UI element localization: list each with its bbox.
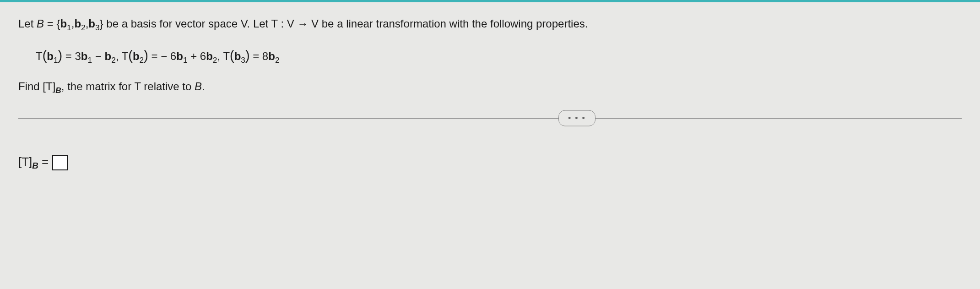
paren: ) xyxy=(144,48,148,63)
text: = − 6 xyxy=(148,50,176,62)
problem-statement-line-2: T(b1) = 3b1 − b2, T(b2) = − 6b1 + 6b2, T… xyxy=(18,45,962,66)
paren: ( xyxy=(43,48,47,63)
text: T xyxy=(122,50,129,62)
sub: 1 xyxy=(88,55,92,65)
sub: 1 xyxy=(54,55,58,65)
sub: 2 xyxy=(140,55,144,65)
var-b: b xyxy=(234,50,241,62)
sub-B: B xyxy=(55,86,61,95)
var-b: b xyxy=(104,50,111,62)
sub: 3 xyxy=(241,55,245,65)
paren: ) xyxy=(245,48,250,63)
text: } be a basis for vector space V. Let T :… xyxy=(100,17,588,30)
problem-statement-line-3: Find [T]B, the matrix for T relative to … xyxy=(18,78,962,97)
text: + 6 xyxy=(187,50,206,62)
var-b: b xyxy=(81,50,88,62)
sub: 3 xyxy=(95,23,100,32)
sub: 2 xyxy=(275,55,280,65)
text: − xyxy=(92,50,104,62)
sub: 1 xyxy=(67,23,71,32)
var-B: B xyxy=(37,17,44,30)
var-b: b xyxy=(74,17,81,30)
var-b: b xyxy=(176,50,183,62)
text: , the matrix for T relative to xyxy=(61,80,195,93)
text: = xyxy=(38,155,49,169)
divider-row: • • • xyxy=(18,111,962,125)
var-b: b xyxy=(268,50,275,62)
answer-input[interactable] xyxy=(52,155,68,170)
text: . xyxy=(202,80,205,93)
sub-B: B xyxy=(32,161,38,171)
var-B: B xyxy=(195,80,202,93)
var-b: b xyxy=(88,17,95,30)
var-b: b xyxy=(206,50,213,62)
expand-button[interactable]: • • • xyxy=(558,110,596,126)
var-b: b xyxy=(60,17,67,30)
text: = 3 xyxy=(62,50,81,62)
text: Let xyxy=(18,17,37,30)
text: T xyxy=(36,50,43,62)
text: [T] xyxy=(18,155,32,169)
var-b: b xyxy=(133,50,140,62)
text: T xyxy=(223,50,230,62)
text: , xyxy=(116,50,122,62)
text: = { xyxy=(44,17,60,30)
text: = 8 xyxy=(250,50,269,62)
text: , xyxy=(217,50,223,62)
answer-label: [T]B = xyxy=(18,153,49,173)
sub: 2 xyxy=(81,23,86,32)
divider-line xyxy=(18,118,962,119)
answer-row: [T]B = xyxy=(18,153,962,173)
problem-statement-line-1: Let B = {b1,b2,b3} be a basis for vector… xyxy=(18,15,962,34)
sub: 2 xyxy=(111,55,116,65)
paren: ) xyxy=(58,48,63,63)
text: Find [T] xyxy=(18,80,55,93)
paren: ( xyxy=(230,48,234,63)
paren: ( xyxy=(128,48,133,63)
var-b: b xyxy=(47,50,54,62)
